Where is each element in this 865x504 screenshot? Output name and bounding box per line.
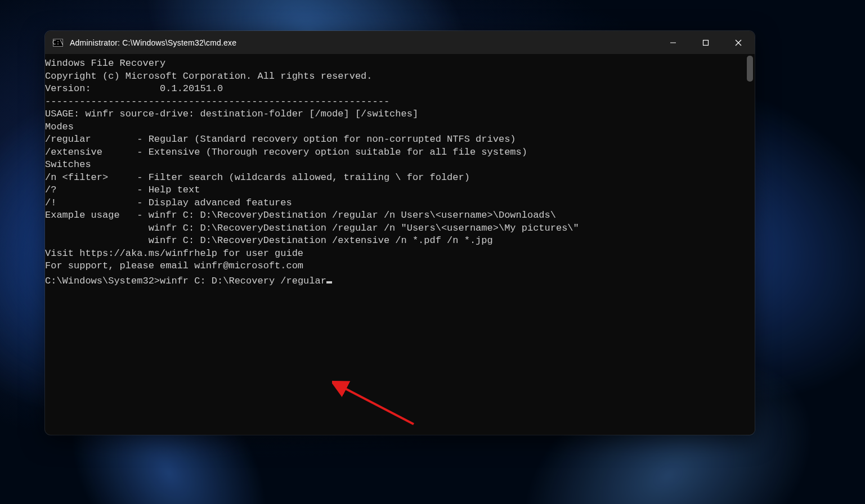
svg-rect-1 xyxy=(703,40,709,45)
terminal-line: /? - Help text xyxy=(45,184,745,197)
maximize-button[interactable] xyxy=(689,31,722,54)
terminal-line: winfr C: D:\RecoveryDestination /extensi… xyxy=(45,235,745,248)
scrollbar-track[interactable] xyxy=(745,54,755,435)
terminal-line: Switches xyxy=(45,159,745,172)
terminal-line: Windows File Recovery xyxy=(45,57,745,70)
close-button[interactable] xyxy=(722,31,755,54)
current-command: winfr C: D:\Recovery /regular xyxy=(160,276,326,286)
cmd-icon: C:\ xyxy=(53,39,63,47)
window-title: Administrator: C:\Windows\System32\cmd.e… xyxy=(70,38,236,47)
terminal-line: For support, please email winfr@microsof… xyxy=(45,260,745,273)
terminal-line: Visit https://aka.ms/winfrhelp for user … xyxy=(45,248,745,260)
cmd-window: C:\ Administrator: C:\Windows\System32\c… xyxy=(45,31,755,435)
scrollbar-thumb[interactable] xyxy=(747,56,753,82)
terminal-line: Version: 0.1.20151.0 xyxy=(45,83,745,96)
terminal-line: /regular - Regular (Standard recovery op… xyxy=(45,133,745,146)
terminal-line: Modes xyxy=(45,121,745,134)
terminal-output-area[interactable]: Windows File RecoveryCopyright (c) Micro… xyxy=(45,54,745,435)
titlebar[interactable]: C:\ Administrator: C:\Windows\System32\c… xyxy=(45,31,755,54)
terminal-line: /n <filter> - Filter search (wildcards a… xyxy=(45,172,745,184)
terminal-prompt-line[interactable]: C:\Windows\System32>winfr C: D:\Recovery… xyxy=(45,273,745,288)
terminal-line: winfr C: D:\RecoveryDestination /regular… xyxy=(45,222,745,235)
terminal-line: /! - Display advanced features xyxy=(45,197,745,210)
text-cursor xyxy=(326,281,332,284)
terminal-line: ----------------------------------------… xyxy=(45,96,745,109)
terminal-line: Copyright (c) Microsoft Corporation. All… xyxy=(45,70,745,83)
minimize-button[interactable] xyxy=(657,31,689,54)
prompt-path: C:\Windows\System32> xyxy=(45,276,160,286)
terminal-line: Example usage - winfr C: D:\RecoveryDest… xyxy=(45,209,745,222)
terminal-line: /extensive - Extensive (Thorough recover… xyxy=(45,146,745,159)
terminal-line: USAGE: winfr source-drive: destination-f… xyxy=(45,108,745,121)
